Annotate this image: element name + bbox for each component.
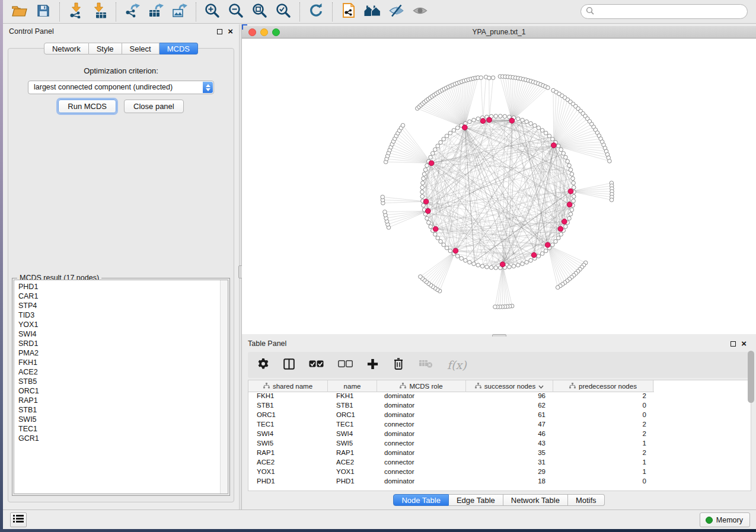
- mcds-result-item[interactable]: SRD1: [18, 339, 228, 348]
- tab-mcds[interactable]: MCDS: [160, 43, 198, 55]
- cell: 2: [553, 449, 653, 459]
- tab-style[interactable]: Style: [89, 43, 122, 55]
- close-traffic-light[interactable]: [248, 28, 256, 36]
- open-file-button[interactable]: [8, 2, 31, 22]
- delete-table-icon: [419, 359, 433, 371]
- column-header-successor-nodes[interactable]: successor nodes: [466, 380, 553, 392]
- export-image-button[interactable]: [168, 2, 192, 22]
- table-row-SWI4[interactable]: SWI4SWI4dominator462: [248, 430, 751, 440]
- mcds-result-item[interactable]: SWI4: [18, 329, 228, 339]
- table-row-SWI5[interactable]: SWI5SWI5connector431: [248, 440, 751, 449]
- tab-edge-table[interactable]: Edge Table: [449, 494, 503, 506]
- table-scrollbar[interactable]: [748, 351, 754, 446]
- column-header-MCDS-role[interactable]: MCDS role: [377, 380, 466, 392]
- network-window-titlebar[interactable]: YPA_prune.txt_1: [242, 26, 756, 39]
- mcds-result-item[interactable]: SWI5: [18, 415, 228, 424]
- cell: connector: [377, 468, 466, 477]
- cell: 35: [466, 449, 553, 459]
- column-header-shared-name[interactable]: shared name: [248, 380, 328, 392]
- table-row-ACE2[interactable]: ACE2ACE2connector311: [248, 459, 751, 468]
- network-window-title: YPA_prune.txt_1: [473, 28, 526, 36]
- tab-motifs[interactable]: Motifs: [568, 494, 605, 506]
- zoom-fit-button[interactable]: [248, 2, 272, 22]
- column-header-name[interactable]: name: [328, 380, 377, 392]
- toolbar-separator: [299, 2, 300, 21]
- import-table-button[interactable]: [88, 2, 111, 22]
- column-layout-icon[interactable]: [283, 358, 295, 372]
- hierarchy-icon: [400, 383, 406, 390]
- table-row-RAP1[interactable]: RAP1RAP1dominator352: [248, 449, 751, 459]
- import-network-icon: [68, 2, 84, 21]
- show-panel-button[interactable]: [408, 2, 432, 22]
- select-all-rows-icon[interactable]: [309, 360, 324, 370]
- mcds-result-item[interactable]: TID3: [18, 310, 228, 320]
- import-network-button[interactable]: [64, 2, 88, 22]
- optimization-criterion-select[interactable]: largest connected component (undirected): [28, 81, 214, 94]
- mcds-result-item[interactable]: STB5: [18, 377, 228, 386]
- tab-network[interactable]: Network: [44, 43, 89, 55]
- table-toolbar: f(x): [248, 352, 751, 378]
- add-column-icon[interactable]: [367, 358, 378, 372]
- mcds-result-item[interactable]: ORC1: [18, 386, 228, 396]
- table-row-FKH1[interactable]: FKH1FKH1dominator962: [248, 392, 751, 402]
- mcds-result-item[interactable]: FKH1: [18, 358, 228, 367]
- memory-label: Memory: [716, 516, 743, 524]
- table-panel-tabs: Node TableEdge TableNetwork TableMotifs: [242, 494, 756, 506]
- close-panel-icon[interactable]: ×: [741, 341, 747, 347]
- mcds-result-item[interactable]: RAP1: [18, 396, 228, 405]
- maximize-traffic-light[interactable]: [272, 28, 280, 36]
- table-row-ORC1[interactable]: ORC1ORC1dominator610: [248, 411, 751, 421]
- mcds-result-item[interactable]: STP4: [18, 301, 228, 310]
- result-list-scrollbar[interactable]: [220, 280, 228, 493]
- mcds-result-item[interactable]: ACE2: [18, 367, 228, 377]
- mcds-result-item[interactable]: GCR1: [18, 434, 228, 443]
- export-network-button[interactable]: [120, 2, 144, 22]
- refresh-view-button[interactable]: [304, 2, 328, 22]
- table-panel: Table Panel × f(x) s: [242, 336, 756, 509]
- network-graph-canvas[interactable]: [242, 39, 755, 334]
- delete-column-icon[interactable]: [393, 357, 404, 373]
- table-row-STB1[interactable]: STB1STB1dominator620: [248, 402, 751, 411]
- deselect-all-rows-icon[interactable]: [338, 360, 353, 370]
- return-home-button[interactable]: [361, 2, 384, 22]
- float-panel-icon[interactable]: [217, 29, 222, 34]
- close-panel-button[interactable]: Close panel: [124, 100, 184, 113]
- close-panel-icon[interactable]: ×: [228, 28, 233, 34]
- search-box: [580, 4, 748, 19]
- tab-node-table[interactable]: Node Table: [393, 494, 449, 506]
- minimize-traffic-light[interactable]: [260, 28, 268, 36]
- mcds-result-list[interactable]: PHD1CAR1STP4TID3YOX1SWI4SRD1PMA2FKH1ACE2…: [14, 280, 228, 494]
- column-header-predecessor-nodes[interactable]: predecessor nodes: [553, 380, 653, 392]
- zoom-out-button[interactable]: [224, 2, 248, 22]
- mcds-result-item[interactable]: STB1: [18, 405, 228, 415]
- cell: connector: [377, 440, 466, 449]
- task-history-button[interactable]: [10, 512, 27, 527]
- search-input[interactable]: [597, 6, 747, 18]
- mcds-result-item[interactable]: PHD1: [18, 282, 228, 291]
- tab-network-table[interactable]: Network Table: [503, 494, 568, 506]
- table-row-PHD1[interactable]: PHD1PHD1dominator180: [248, 477, 751, 487]
- zoom-in-button[interactable]: [200, 2, 224, 22]
- mcds-result-item[interactable]: PMA2: [18, 348, 228, 358]
- mcds-result-item[interactable]: YOX1: [18, 320, 228, 329]
- memory-button[interactable]: Memory: [700, 512, 750, 527]
- export-table-button[interactable]: [144, 2, 168, 22]
- run-mcds-button[interactable]: Run MCDS: [58, 100, 116, 113]
- main-toolbar: [3, 0, 756, 24]
- zoom-selected-button[interactable]: [272, 2, 295, 22]
- save-session-button[interactable]: [31, 2, 55, 22]
- mcds-result-item[interactable]: TEC1: [18, 424, 228, 434]
- table-row-YOX1[interactable]: YOX1YOX1connector291: [248, 468, 751, 477]
- export-image-icon: [172, 3, 188, 21]
- clone-network-button[interactable]: [337, 2, 361, 22]
- scrollbar-thumb[interactable]: [748, 351, 754, 403]
- table-settings-gear-icon[interactable]: [257, 358, 269, 372]
- float-panel-icon[interactable]: [731, 341, 736, 347]
- optimization-criterion-label: Optimization criterion:: [8, 66, 234, 75]
- desktop-background: Control Panel × NetworkStyleSelectMCDS O…: [0, 0, 756, 532]
- hide-panel-button[interactable]: [384, 2, 408, 22]
- mcds-result-item[interactable]: CAR1: [18, 291, 228, 301]
- table-row-TEC1[interactable]: TEC1TEC1connector472: [248, 421, 751, 430]
- tab-select[interactable]: Select: [122, 43, 160, 55]
- node-table-body: FKH1FKH1dominator962STB1STB1dominator620…: [248, 392, 751, 487]
